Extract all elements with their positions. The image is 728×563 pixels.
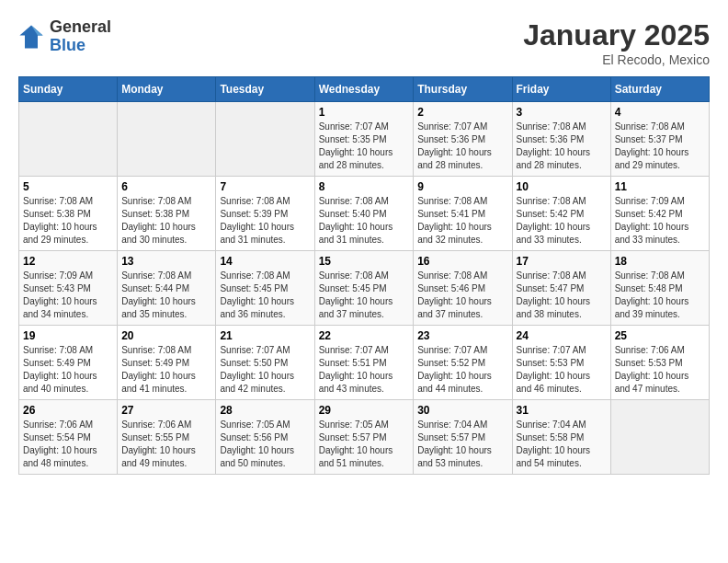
day-info: Sunrise: 7:08 AMSunset: 5:39 PMDaylight:… (220, 195, 310, 247)
day-number: 25 (615, 329, 705, 342)
day-number: 27 (121, 404, 211, 417)
day-info: Sunrise: 7:06 AMSunset: 5:55 PMDaylight:… (121, 419, 211, 470)
day-info: Sunrise: 7:05 AMSunset: 5:56 PMDaylight:… (220, 419, 310, 470)
day-info: Sunrise: 7:09 AMSunset: 5:42 PMDaylight:… (615, 195, 705, 247)
calendar-cell (610, 400, 709, 475)
calendar-cell: 21Sunrise: 7:07 AMSunset: 5:50 PMDayligh… (216, 326, 314, 400)
calendar-cell: 27Sunrise: 7:06 AMSunset: 5:55 PMDayligh… (118, 400, 216, 475)
calendar-cell: 11Sunrise: 7:09 AMSunset: 5:42 PMDayligh… (610, 177, 709, 251)
day-info: Sunrise: 7:04 AMSunset: 5:57 PMDaylight:… (417, 419, 507, 470)
calendar-cell (118, 102, 216, 177)
day-info: Sunrise: 7:07 AMSunset: 5:52 PMDaylight:… (417, 344, 507, 396)
day-info: Sunrise: 7:08 AMSunset: 5:48 PMDaylight:… (615, 270, 705, 321)
day-number: 11 (615, 180, 705, 193)
calendar-cell: 24Sunrise: 7:07 AMSunset: 5:53 PMDayligh… (512, 326, 610, 400)
calendar-cell: 1Sunrise: 7:07 AMSunset: 5:35 PMDaylight… (314, 102, 414, 177)
day-number: 16 (417, 255, 507, 268)
day-header-tuesday: Tuesday (216, 77, 314, 102)
calendar-cell: 28Sunrise: 7:05 AMSunset: 5:56 PMDayligh… (216, 400, 314, 475)
calendar-week-row: 12Sunrise: 7:09 AMSunset: 5:43 PMDayligh… (19, 251, 710, 326)
calendar-week-row: 19Sunrise: 7:08 AMSunset: 5:49 PMDayligh… (19, 326, 710, 400)
logo-blue-text: Blue (50, 36, 85, 54)
day-header-wednesday: Wednesday (314, 77, 414, 102)
calendar-cell: 7Sunrise: 7:08 AMSunset: 5:39 PMDaylight… (216, 177, 314, 251)
calendar-cell: 22Sunrise: 7:07 AMSunset: 5:51 PMDayligh… (314, 326, 414, 400)
day-number: 26 (23, 404, 113, 417)
day-info: Sunrise: 7:07 AMSunset: 5:53 PMDaylight:… (517, 344, 607, 396)
day-number: 22 (319, 329, 410, 342)
day-number: 4 (615, 106, 705, 119)
day-info: Sunrise: 7:07 AMSunset: 5:35 PMDaylight:… (319, 121, 410, 172)
month-title: January 2025 (523, 18, 710, 52)
day-number: 20 (121, 329, 211, 342)
day-number: 30 (417, 404, 507, 417)
title-block: January 2025 El Recodo, Mexico (523, 18, 710, 67)
day-header-friday: Friday (512, 77, 610, 102)
calendar-cell: 4Sunrise: 7:08 AMSunset: 5:37 PMDaylight… (610, 102, 709, 177)
calendar-cell: 5Sunrise: 7:08 AMSunset: 5:38 PMDaylight… (19, 177, 118, 251)
day-number: 24 (517, 329, 607, 342)
day-number: 8 (319, 180, 410, 193)
day-info: Sunrise: 7:08 AMSunset: 5:47 PMDaylight:… (517, 270, 607, 321)
day-number: 6 (121, 180, 211, 193)
day-number: 15 (319, 255, 410, 268)
svg-marker-0 (19, 25, 42, 48)
day-number: 19 (23, 329, 113, 342)
day-info: Sunrise: 7:07 AMSunset: 5:50 PMDaylight:… (220, 344, 310, 396)
calendar-week-row: 1Sunrise: 7:07 AMSunset: 5:35 PMDaylight… (19, 102, 710, 177)
calendar-body: 1Sunrise: 7:07 AMSunset: 5:35 PMDaylight… (19, 102, 710, 475)
day-number: 18 (615, 255, 705, 268)
day-number: 13 (121, 255, 211, 268)
logo-icon (18, 24, 44, 50)
calendar-cell: 9Sunrise: 7:08 AMSunset: 5:41 PMDaylight… (414, 177, 512, 251)
day-number: 17 (517, 255, 607, 268)
calendar-cell: 2Sunrise: 7:07 AMSunset: 5:36 PMDaylight… (414, 102, 512, 177)
day-number: 31 (517, 404, 607, 417)
day-info: Sunrise: 7:08 AMSunset: 5:45 PMDaylight:… (220, 270, 310, 321)
logo-general-text: General (50, 17, 111, 36)
calendar-cell: 14Sunrise: 7:08 AMSunset: 5:45 PMDayligh… (216, 251, 314, 326)
day-info: Sunrise: 7:08 AMSunset: 5:46 PMDaylight:… (417, 270, 507, 321)
calendar-cell: 20Sunrise: 7:08 AMSunset: 5:49 PMDayligh… (118, 326, 216, 400)
day-number: 28 (220, 404, 310, 417)
calendar-cell: 3Sunrise: 7:08 AMSunset: 5:36 PMDaylight… (512, 102, 610, 177)
calendar-cell: 12Sunrise: 7:09 AMSunset: 5:43 PMDayligh… (19, 251, 118, 326)
calendar-cell: 25Sunrise: 7:06 AMSunset: 5:53 PMDayligh… (610, 326, 709, 400)
day-number: 5 (23, 180, 113, 193)
day-info: Sunrise: 7:08 AMSunset: 5:44 PMDaylight:… (121, 270, 211, 321)
calendar-cell: 19Sunrise: 7:08 AMSunset: 5:49 PMDayligh… (19, 326, 118, 400)
calendar-cell: 8Sunrise: 7:08 AMSunset: 5:40 PMDaylight… (314, 177, 414, 251)
calendar-week-row: 26Sunrise: 7:06 AMSunset: 5:54 PMDayligh… (19, 400, 710, 475)
calendar-cell: 31Sunrise: 7:04 AMSunset: 5:58 PMDayligh… (512, 400, 610, 475)
calendar-cell: 23Sunrise: 7:07 AMSunset: 5:52 PMDayligh… (414, 326, 512, 400)
calendar-cell: 30Sunrise: 7:04 AMSunset: 5:57 PMDayligh… (414, 400, 512, 475)
day-number: 1 (319, 106, 410, 119)
day-number: 7 (220, 180, 310, 193)
day-info: Sunrise: 7:06 AMSunset: 5:53 PMDaylight:… (615, 344, 705, 396)
logo-text: General Blue (50, 18, 111, 55)
calendar-cell: 13Sunrise: 7:08 AMSunset: 5:44 PMDayligh… (118, 251, 216, 326)
calendar-cell: 16Sunrise: 7:08 AMSunset: 5:46 PMDayligh… (414, 251, 512, 326)
day-number: 12 (23, 255, 113, 268)
location: El Recodo, Mexico (523, 52, 710, 67)
day-number: 29 (319, 404, 410, 417)
calendar-cell: 29Sunrise: 7:05 AMSunset: 5:57 PMDayligh… (314, 400, 414, 475)
day-info: Sunrise: 7:08 AMSunset: 5:49 PMDaylight:… (23, 344, 113, 396)
day-number: 9 (417, 180, 507, 193)
calendar-cell (216, 102, 314, 177)
day-info: Sunrise: 7:07 AMSunset: 5:36 PMDaylight:… (417, 121, 507, 172)
calendar-cell: 26Sunrise: 7:06 AMSunset: 5:54 PMDayligh… (19, 400, 118, 475)
calendar-cell: 15Sunrise: 7:08 AMSunset: 5:45 PMDayligh… (314, 251, 414, 326)
day-info: Sunrise: 7:06 AMSunset: 5:54 PMDaylight:… (23, 419, 113, 470)
day-number: 10 (517, 180, 607, 193)
day-info: Sunrise: 7:08 AMSunset: 5:36 PMDaylight:… (517, 121, 607, 172)
day-info: Sunrise: 7:08 AMSunset: 5:38 PMDaylight:… (23, 195, 113, 247)
day-info: Sunrise: 7:08 AMSunset: 5:40 PMDaylight:… (319, 195, 410, 247)
day-header-saturday: Saturday (610, 77, 709, 102)
day-info: Sunrise: 7:08 AMSunset: 5:45 PMDaylight:… (319, 270, 410, 321)
calendar-header-row: SundayMondayTuesdayWednesdayThursdayFrid… (19, 77, 710, 102)
page-header: General Blue January 2025 El Recodo, Mex… (18, 18, 710, 67)
calendar-cell: 18Sunrise: 7:08 AMSunset: 5:48 PMDayligh… (610, 251, 709, 326)
day-number: 14 (220, 255, 310, 268)
day-number: 23 (417, 329, 507, 342)
